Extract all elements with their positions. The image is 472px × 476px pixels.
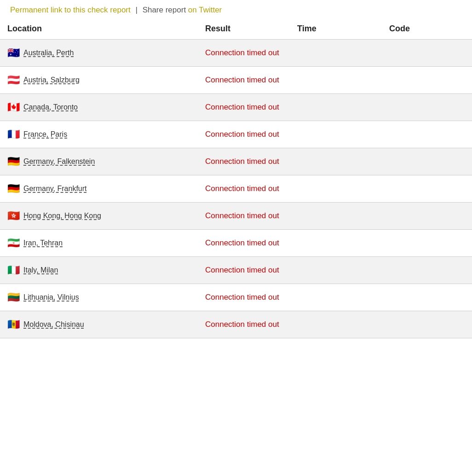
time-cell xyxy=(290,67,382,94)
table-row: 🇦🇺 Australia, Perth Connection timed out xyxy=(0,40,472,67)
share-prefix: Share report xyxy=(143,6,186,14)
separator: | xyxy=(135,6,137,14)
location-name: Italy, Milan xyxy=(23,266,58,274)
result-text: Connection timed out xyxy=(205,130,279,139)
twitter-link[interactable]: on Twitter xyxy=(188,6,222,14)
flag-icon: 🇩🇪 xyxy=(7,157,20,167)
time-cell xyxy=(290,311,382,338)
location-name: Hong Kong, Hong Kong xyxy=(23,212,101,220)
location-name: Australia, Perth xyxy=(23,49,74,57)
table-row: 🇲🇩 Moldova, Chisinau Connection timed ou… xyxy=(0,311,472,338)
flag-icon: 🇮🇷 xyxy=(7,238,20,248)
code-cell xyxy=(382,284,472,311)
result-cell: Connection timed out xyxy=(198,230,290,257)
results-table: Location Result Time Code 🇦🇺 Australia, … xyxy=(0,18,472,338)
time-cell xyxy=(290,121,382,148)
permanent-link[interactable]: Permanent link to this check report xyxy=(10,6,131,14)
code-cell xyxy=(382,121,472,148)
flag-icon: 🇮🇹 xyxy=(7,265,20,275)
location-name: Lithuania, Vilnius xyxy=(23,293,79,302)
result-cell: Connection timed out xyxy=(198,311,290,338)
table-row: 🇩🇪 Germany, Frankfurt Connection timed o… xyxy=(0,175,472,203)
code-cell xyxy=(382,257,472,284)
code-cell xyxy=(382,311,472,338)
location-cell: 🇮🇷 Iran, Tehran xyxy=(0,230,198,257)
location-name: France, Paris xyxy=(23,130,67,139)
table-row: 🇫🇷 France, Paris Connection timed out xyxy=(0,121,472,148)
flag-icon: 🇨🇦 xyxy=(7,102,20,112)
col-header-time: Time xyxy=(290,18,382,40)
flag-icon: 🇩🇪 xyxy=(7,184,20,194)
header: Permanent link to this check report | Sh… xyxy=(0,0,472,18)
col-header-code: Code xyxy=(382,18,472,40)
col-header-location: Location xyxy=(0,18,198,40)
result-cell: Connection timed out xyxy=(198,148,290,175)
code-cell xyxy=(382,230,472,257)
location-cell: 🇩🇪 Germany, Falkenstein xyxy=(0,148,198,175)
result-cell: Connection timed out xyxy=(198,40,290,67)
table-row: 🇮🇷 Iran, Tehran Connection timed out xyxy=(0,230,472,257)
table-row: 🇮🇹 Italy, Milan Connection timed out xyxy=(0,257,472,284)
result-text: Connection timed out xyxy=(205,238,279,247)
code-cell xyxy=(382,175,472,203)
location-cell: 🇮🇹 Italy, Milan xyxy=(0,257,198,284)
result-text: Connection timed out xyxy=(205,157,279,166)
flag-icon: 🇭🇰 xyxy=(7,211,20,221)
time-cell xyxy=(290,203,382,230)
location-cell: 🇦🇹 Austria, Salzburg xyxy=(0,67,198,94)
result-cell: Connection timed out xyxy=(198,284,290,311)
result-text: Connection timed out xyxy=(205,266,279,274)
code-cell xyxy=(382,148,472,175)
location-cell: 🇲🇩 Moldova, Chisinau xyxy=(0,311,198,338)
code-cell xyxy=(382,203,472,230)
result-text: Connection timed out xyxy=(205,293,279,302)
result-text: Connection timed out xyxy=(205,75,279,84)
result-cell: Connection timed out xyxy=(198,67,290,94)
result-cell: Connection timed out xyxy=(198,94,290,121)
table-row: 🇦🇹 Austria, Salzburg Connection timed ou… xyxy=(0,67,472,94)
location-cell: 🇫🇷 France, Paris xyxy=(0,121,198,148)
location-name: Moldova, Chisinau xyxy=(23,320,84,329)
flag-icon: 🇦🇺 xyxy=(7,48,20,58)
time-cell xyxy=(290,230,382,257)
location-cell: 🇱🇹 Lithuania, Vilnius xyxy=(0,284,198,311)
result-text: Connection timed out xyxy=(205,103,279,111)
time-cell xyxy=(290,94,382,121)
code-cell xyxy=(382,67,472,94)
table-row: 🇱🇹 Lithuania, Vilnius Connection timed o… xyxy=(0,284,472,311)
result-text: Connection timed out xyxy=(205,320,279,329)
time-cell xyxy=(290,257,382,284)
location-cell: 🇭🇰 Hong Kong, Hong Kong xyxy=(0,203,198,230)
result-cell: Connection timed out xyxy=(198,121,290,148)
time-cell xyxy=(290,148,382,175)
table-row: 🇩🇪 Germany, Falkenstein Connection timed… xyxy=(0,148,472,175)
location-cell: 🇦🇺 Australia, Perth xyxy=(0,40,198,67)
table-row: 🇭🇰 Hong Kong, Hong Kong Connection timed… xyxy=(0,203,472,230)
time-cell xyxy=(290,40,382,67)
col-header-result: Result xyxy=(198,18,290,40)
table-header-row: Location Result Time Code xyxy=(0,18,472,40)
location-cell: 🇩🇪 Germany, Frankfurt xyxy=(0,175,198,203)
code-cell xyxy=(382,94,472,121)
flag-icon: 🇦🇹 xyxy=(7,75,20,85)
location-cell: 🇨🇦 Canada, Toronto xyxy=(0,94,198,121)
location-name: Germany, Falkenstein xyxy=(23,157,95,166)
flag-icon: 🇫🇷 xyxy=(7,129,20,139)
result-cell: Connection timed out xyxy=(198,257,290,284)
result-text: Connection timed out xyxy=(205,211,279,220)
result-text: Connection timed out xyxy=(205,184,279,193)
flag-icon: 🇲🇩 xyxy=(7,319,20,330)
location-name: Canada, Toronto xyxy=(23,103,78,111)
result-cell: Connection timed out xyxy=(198,175,290,203)
flag-icon: 🇱🇹 xyxy=(7,292,20,302)
time-cell xyxy=(290,284,382,311)
time-cell xyxy=(290,175,382,203)
table-row: 🇨🇦 Canada, Toronto Connection timed out xyxy=(0,94,472,121)
result-cell: Connection timed out xyxy=(198,203,290,230)
location-name: Iran, Tehran xyxy=(23,239,63,247)
result-text: Connection timed out xyxy=(205,48,279,57)
location-name: Germany, Frankfurt xyxy=(23,185,87,193)
code-cell xyxy=(382,40,472,67)
location-name: Austria, Salzburg xyxy=(23,76,80,84)
